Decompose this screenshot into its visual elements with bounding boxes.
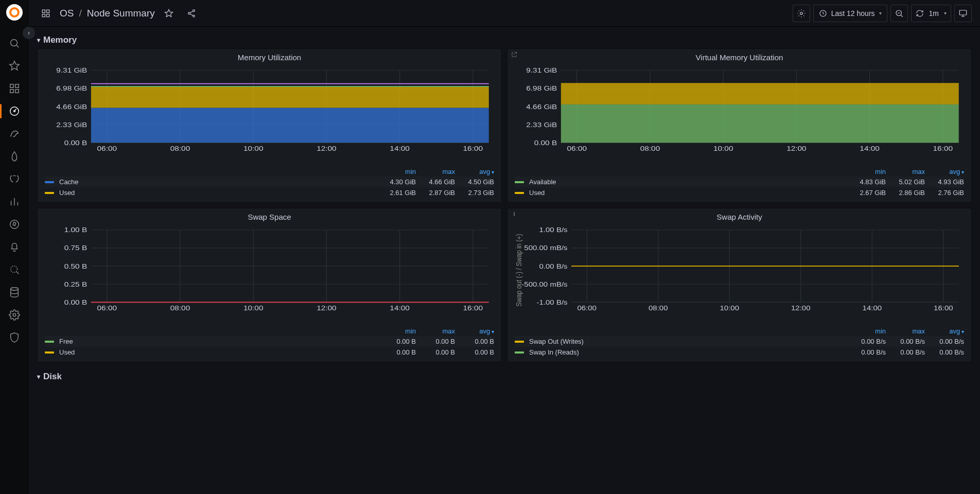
leaf-icon[interactable]	[4, 146, 25, 167]
time-range-picker[interactable]: Last 12 hours ▾	[813, 5, 887, 22]
legend-series-name: Used	[59, 348, 377, 356]
legend-col-max[interactable]: max	[416, 327, 455, 335]
svg-text:2.33 GiB: 2.33 GiB	[56, 121, 87, 129]
legend-min: 0.00 B	[377, 348, 416, 356]
search-zoom-icon[interactable]	[4, 259, 25, 280]
dashboards-icon[interactable]	[4, 78, 25, 99]
chart-vmem_util[interactable]: 0.00 B2.33 GiB4.66 GiB6.98 GiB9.31 GiB06…	[507, 64, 971, 165]
svg-text:1.00 B/s: 1.00 B/s	[539, 226, 568, 234]
svg-text:16:00: 16:00	[463, 145, 483, 152]
settings-button[interactable]	[793, 5, 810, 22]
mysql-icon[interactable]	[4, 123, 25, 144]
gauge-icon[interactable]	[4, 101, 25, 121]
svg-text:12:00: 12:00	[317, 145, 337, 152]
svg-point-96	[514, 212, 514, 213]
gear-icon[interactable]	[4, 305, 25, 325]
favorite-star-icon[interactable]	[160, 5, 178, 22]
legend-avg: 4.50 GiB	[455, 178, 494, 186]
legend-min: 2.61 GiB	[377, 189, 416, 197]
legend-swatch	[45, 341, 54, 343]
svg-point-15	[192, 9, 195, 11]
shield-icon[interactable]	[4, 327, 25, 348]
legend-header: min max avg	[515, 167, 964, 177]
legend-row[interactable]: Free 0.00 B 0.00 B 0.00 B	[45, 336, 494, 347]
dashboards-home-icon[interactable]	[37, 5, 55, 22]
legend-row[interactable]: Cache 4.30 GiB 4.66 GiB 4.50 GiB	[45, 177, 494, 187]
legend-col-max[interactable]: max	[886, 327, 925, 335]
monitor-icon[interactable]	[954, 5, 972, 22]
legend-min: 0.00 B/s	[847, 338, 886, 345]
popout-icon[interactable]	[511, 51, 518, 60]
svg-text:12:00: 12:00	[786, 145, 807, 152]
zoom-out-button[interactable]	[890, 5, 908, 22]
svg-text:4.66 GiB: 4.66 GiB	[56, 102, 87, 110]
legend-row[interactable]: Used 2.67 GiB 2.86 GiB 2.76 GiB	[515, 187, 964, 198]
search-icon[interactable]	[4, 33, 25, 54]
legend-col-min[interactable]: min	[377, 327, 416, 335]
legend-col-avg[interactable]: avg	[455, 168, 494, 175]
svg-text:16:00: 16:00	[463, 304, 483, 312]
legend-row[interactable]: Used 2.61 GiB 2.87 GiB 2.73 GiB	[45, 187, 494, 198]
legend-col-min[interactable]: min	[377, 168, 416, 175]
chevron-down-icon: ▾	[37, 37, 40, 44]
info-icon[interactable]	[511, 210, 518, 219]
svg-text:06:00: 06:00	[577, 304, 597, 312]
legend-row[interactable]: Swap Out (Writes) 0.00 B/s 0.00 B/s 0.00…	[515, 336, 964, 347]
panel-title: Memory Utilization	[38, 49, 501, 64]
legend-avg: 0.00 B	[455, 338, 494, 345]
chart-mem_util[interactable]: 0.00 B2.33 GiB4.66 GiB6.98 GiB9.31 GiB06…	[38, 64, 501, 165]
panel-mem_util: Memory Utilization0.00 B2.33 GiB4.66 GiB…	[37, 48, 502, 203]
legend-col-min[interactable]: min	[847, 327, 886, 335]
legend-avg: 2.73 GiB	[455, 189, 494, 197]
chart-swap_activity[interactable]: Swap out (-) / Swap in (+)-1.00 B/s-500.…	[507, 223, 971, 324]
legend-min: 2.67 GiB	[847, 189, 886, 197]
bell-icon[interactable]	[4, 237, 25, 257]
svg-point-18	[800, 12, 802, 14]
legend-swap_activity: min max avg Swap Out (Writes) 0.00 B/s 0…	[507, 324, 971, 362]
legend-avg: 0.00 B/s	[925, 348, 964, 356]
logo[interactable]	[6, 4, 23, 21]
breadcrumb-folder[interactable]: OS	[60, 8, 74, 19]
legend-max: 0.00 B	[416, 338, 455, 345]
bar-chart-icon[interactable]	[4, 191, 25, 212]
legend-max: 0.00 B/s	[886, 338, 925, 345]
star-icon[interactable]	[4, 56, 25, 76]
svg-text:2.33 GiB: 2.33 GiB	[526, 121, 557, 129]
legend-row[interactable]: Available 4.83 GiB 5.02 GiB 4.93 GiB	[515, 177, 964, 187]
svg-text:10:00: 10:00	[713, 145, 733, 152]
chevron-down-icon: ▾	[944, 10, 947, 16]
database-icon[interactable]	[4, 282, 25, 303]
legend-col-max[interactable]: max	[886, 168, 925, 175]
legend-series-name: Available	[529, 178, 847, 186]
legend-row[interactable]: Swap In (Reads) 0.00 B/s 0.00 B/s 0.00 B…	[515, 347, 964, 358]
legend-header: min max avg	[515, 326, 964, 336]
svg-rect-71	[561, 83, 959, 104]
svg-rect-44	[91, 108, 489, 143]
svg-point-17	[192, 15, 195, 17]
svg-text:0.75 B: 0.75 B	[64, 244, 87, 252]
topbar: OS / Node Summary Last 12 hours ▾	[29, 0, 980, 27]
legend-col-avg[interactable]: avg	[925, 327, 964, 335]
compass-icon[interactable]	[4, 214, 25, 235]
postgres-icon[interactable]	[4, 169, 25, 189]
svg-text:08:00: 08:00	[640, 145, 660, 152]
svg-text:0.00 B: 0.00 B	[534, 139, 557, 147]
panel-swap_space: Swap Space0.00 B0.25 B0.50 B0.75 B1.00 B…	[37, 208, 502, 362]
legend-swatch	[45, 192, 54, 194]
svg-text:06:00: 06:00	[97, 145, 117, 152]
refresh-interval-picker[interactable]: 1m ▾	[911, 5, 951, 22]
legend-col-avg[interactable]: avg	[925, 168, 964, 175]
sidebar-expand-button[interactable]: ›	[23, 27, 35, 39]
panel-title: Swap Space	[38, 208, 501, 223]
section-memory-header[interactable]: ▾ Memory	[37, 31, 972, 48]
legend-col-avg[interactable]: avg	[455, 327, 494, 335]
legend-row[interactable]: Used 0.00 B 0.00 B 0.00 B	[45, 347, 494, 358]
section-disk-header[interactable]: ▾ Disk	[37, 367, 972, 385]
legend-avg: 4.93 GiB	[925, 178, 964, 186]
legend-col-max[interactable]: max	[416, 168, 455, 175]
svg-text:12:00: 12:00	[317, 304, 337, 312]
refresh-interval-label: 1m	[929, 9, 939, 17]
share-icon[interactable]	[183, 5, 200, 22]
chart-swap_space[interactable]: 0.00 B0.25 B0.50 B0.75 B1.00 B06:0008:00…	[38, 223, 501, 324]
legend-col-min[interactable]: min	[847, 168, 886, 175]
